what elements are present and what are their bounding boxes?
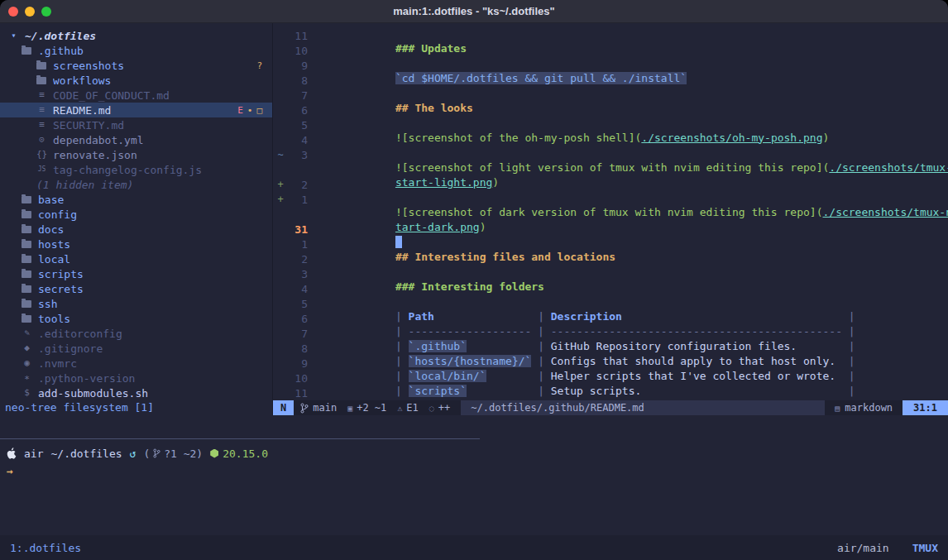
vim-mode-indicator: N xyxy=(273,400,294,415)
shell-pane[interactable]: air ~/.dotfiles ↺ ( ?1 ~2) 20.15.0 → xyxy=(0,439,948,535)
tree-item[interactable]: ◉ .nvmrc xyxy=(0,356,272,371)
tree-item-label: base xyxy=(38,194,64,206)
tree-item[interactable]: local xyxy=(0,251,272,266)
line-number: 31 xyxy=(286,223,308,236)
tree-item-label: README.md xyxy=(53,104,111,117)
status-extra-icon: ◌ xyxy=(429,404,434,413)
file-icon xyxy=(22,285,31,293)
line-number: 11 xyxy=(286,30,308,42)
tree-item[interactable]: ✎ .editorconfig xyxy=(0,326,272,341)
tree-item-label: docs xyxy=(38,223,64,236)
tree-item-label: secrets xyxy=(38,283,84,295)
file-icon xyxy=(22,300,31,308)
tree-item[interactable]: docs xyxy=(0,222,272,237)
git-open-paren: ( xyxy=(143,448,150,460)
tree-item[interactable]: config xyxy=(0,207,272,222)
file-tree: ▾ ~/.dotfiles .github xyxy=(0,28,272,400)
tree-item-label: .nvmrc xyxy=(38,357,77,370)
status-mark: □ xyxy=(256,105,262,116)
tree-item[interactable]: ≡ CODE_OF_CONDUCT.md xyxy=(0,88,272,103)
tree-item[interactable]: base xyxy=(0,192,272,207)
markdown-icon: ▤ xyxy=(835,404,840,413)
gutter-sign: + xyxy=(273,194,286,205)
tree-item[interactable]: ∗ .python-version xyxy=(0,371,272,385)
filetype-segment: ▤ markdown xyxy=(825,400,903,415)
diagnostics-icon: ⚠ xyxy=(397,404,402,413)
shell-prompt: air ~/.dotfiles ↺ ( ?1 ~2) 20.15.0 xyxy=(7,446,948,461)
buffer-line[interactable]: 11 xyxy=(273,385,948,400)
tree-item[interactable]: tools xyxy=(0,311,272,326)
tree-item-label: tag-changelog-config.js xyxy=(53,164,202,176)
line-number: 11 xyxy=(286,387,308,400)
file-icon xyxy=(22,315,31,323)
file-icon: ◉ xyxy=(22,356,32,371)
tree-item-label: config xyxy=(38,208,77,221)
line-number: 2 xyxy=(286,179,308,191)
line-number: 10 xyxy=(286,372,308,385)
line-number: 7 xyxy=(286,89,308,102)
minimize-button[interactable] xyxy=(25,7,35,17)
gutter-sign: + xyxy=(273,179,286,190)
zoom-button[interactable] xyxy=(41,7,51,17)
window-title: main:1:.dotfiles - "ks~/.dotfiles" xyxy=(0,5,948,17)
tree-item[interactable]: (1 hidden item) xyxy=(0,177,272,192)
file-icon: ≡ xyxy=(36,88,47,103)
line-number: 5 xyxy=(286,119,308,132)
file-icon: {} xyxy=(36,147,47,162)
tree-item[interactable]: $ add-submodules.sh xyxy=(0,385,272,400)
line-number: 3 xyxy=(286,149,308,161)
tree-item[interactable]: secrets xyxy=(0,281,272,296)
tree-item[interactable]: ≡ README.md E•□ xyxy=(0,103,272,117)
tmux-session: air/main xyxy=(837,542,889,554)
tree-item[interactable]: ◆ .gitignore xyxy=(0,341,272,356)
tree-item[interactable]: screenshots ? xyxy=(0,58,272,73)
tmux-window-name[interactable]: 1:.dotfiles xyxy=(10,542,81,554)
branch-name: main xyxy=(313,402,337,414)
diagnostics-count: E1 xyxy=(406,402,418,414)
tree-item-label: SECURITY.md xyxy=(53,119,124,132)
tree-item-label: local xyxy=(38,253,70,266)
file-icon: ≡ xyxy=(36,117,47,132)
line-number: 8 xyxy=(286,74,308,87)
file-icon xyxy=(22,241,31,248)
file-icon: $ xyxy=(22,385,32,400)
extra-text: ++ xyxy=(438,402,450,414)
tree-item-label: .gitignore xyxy=(38,342,103,355)
neotree-statusline: neo-tree filesystem [1] xyxy=(0,400,272,415)
tree-item[interactable]: ≡ SECURITY.md xyxy=(0,117,272,132)
diff-counts: +2 ~1 xyxy=(357,402,386,414)
prompt-input-line[interactable]: → xyxy=(7,465,948,480)
prompt-arrow: → xyxy=(7,465,13,477)
diff-icon: ▣ xyxy=(347,404,352,413)
file-icon: ▾ xyxy=(8,28,19,43)
git-diff-segment: ▣ +2 ~1 xyxy=(347,400,397,415)
tree-item-label: screenshots xyxy=(53,60,124,72)
line-number: 5 xyxy=(286,298,308,310)
tree-item-label: add-submodules.sh xyxy=(38,387,148,400)
buffer[interactable]: 11 ### Updates 10 9 xyxy=(273,28,948,400)
git-status-marks: E•□ xyxy=(237,105,262,116)
git-status-counts: ?1 ~2) xyxy=(164,448,203,460)
file-icon xyxy=(22,256,31,263)
tree-item-label: .editorconfig xyxy=(38,328,122,340)
git-branch-icon xyxy=(300,403,309,414)
tree-item[interactable]: ssh xyxy=(0,296,272,311)
terminal-window: main:1:.dotfiles - "ks~/.dotfiles" ▾ ~/.… xyxy=(0,0,948,560)
diagnostics-segment: ⚠ E1 xyxy=(397,400,429,415)
close-button[interactable] xyxy=(8,7,18,17)
tree-item[interactable]: workflows xyxy=(0,73,272,88)
tree-item-label: dependabot.yml xyxy=(53,134,144,146)
tree-item[interactable]: .github xyxy=(0,43,272,58)
tree-item[interactable]: {} renovate.json xyxy=(0,147,272,162)
tree-item[interactable]: ▾ ~/.dotfiles xyxy=(0,28,272,43)
prompt-git-status: ( ?1 ~2) xyxy=(143,448,203,460)
file-icon: ◆ xyxy=(22,341,32,356)
statusline: N main ▣ +2 ~1 ⚠ E1 xyxy=(273,400,948,415)
tree-item-label: ssh xyxy=(38,298,57,310)
file-icon xyxy=(36,77,46,84)
tree-item[interactable]: scripts xyxy=(0,266,272,281)
file-icon xyxy=(22,226,31,233)
tree-item[interactable]: hosts xyxy=(0,237,272,251)
tree-item[interactable]: JS tag-changelog-config.js xyxy=(0,162,272,177)
tree-item[interactable]: ⊙ dependabot.yml xyxy=(0,132,272,147)
